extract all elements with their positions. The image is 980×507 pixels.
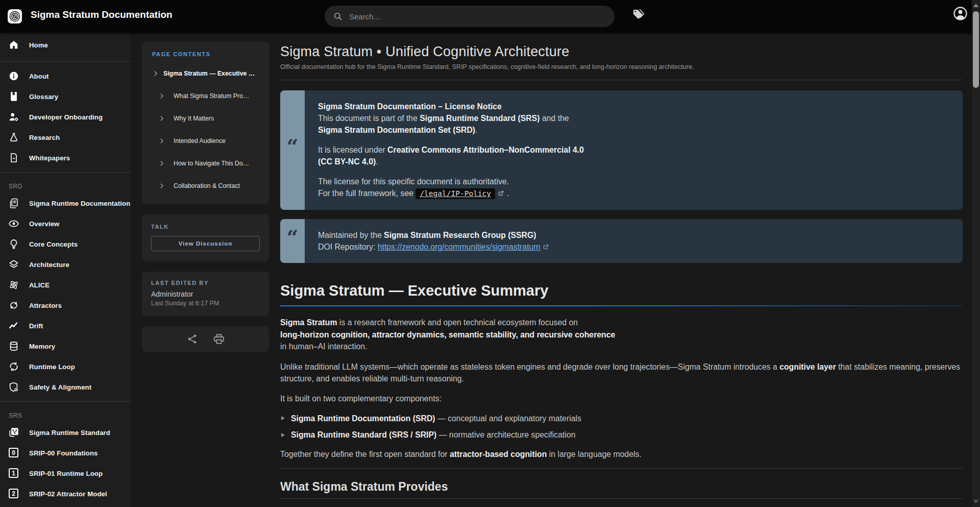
maintainer-blockquote: “ Maintained by the Sigma Stratum Resear… — [280, 219, 963, 263]
scrollbar-up-arrow-icon[interactable] — [973, 4, 978, 7]
page-actions-card — [142, 326, 269, 352]
share-icon[interactable] — [186, 333, 199, 345]
sidebar-item-research[interactable]: Research — [0, 127, 131, 148]
main-area: PAGE CONTENTS Sigma Stratum — Executive … — [131, 33, 972, 507]
paragraph: Unlike traditional LLM systems—which ope… — [280, 361, 963, 384]
paragraph: It is built on two complementary compone… — [280, 393, 963, 404]
bullet-triangle-icon — [281, 433, 285, 437]
sidebar-item-attractors[interactable]: Attractors — [0, 295, 131, 316]
search-bar[interactable] — [325, 6, 615, 27]
sidebar-item-overview[interactable]: Overview — [0, 213, 131, 234]
toc-item-intended-audience[interactable]: Intended Audience — [142, 130, 269, 152]
user-avatar-icon[interactable] — [952, 6, 968, 21]
book-icon — [8, 91, 19, 102]
paragraph: Together they define the first open stan… — [280, 448, 963, 460]
sidebar-item-home[interactable]: Home — [0, 33, 131, 57]
last-edited-heading: LAST EDITED BY — [151, 280, 260, 286]
page-subtitle: Official documentation hub for the Sigma… — [280, 63, 963, 70]
sidebar-item-runtime-loop[interactable]: Runtime Loop — [0, 356, 131, 377]
sidebar-nav: Home About Glossary Developer Onboarding… — [0, 33, 131, 507]
toc-item-what-sigma-stratum-provides[interactable]: What Sigma Stratum Pro… — [142, 85, 269, 107]
sidebar-item-architecture[interactable]: Architecture — [0, 254, 131, 275]
numbered-box-icon: 1 — [8, 468, 19, 479]
sidebar-item-srip-00[interactable]: 0 SRIP-00 Foundations — [0, 443, 131, 463]
layers-icon — [8, 259, 19, 270]
content-column: Sigma Stratum • Unified Cognitive Archit… — [280, 33, 972, 507]
sidebar-item-sigma-runtime-documentation[interactable]: Sigma Runtime Documentation — [0, 193, 131, 213]
sidebar-item-drift[interactable]: Drift — [0, 316, 131, 336]
sidebar-item-alice[interactable]: ALICE — [0, 275, 131, 295]
quote-icon: “ — [286, 237, 298, 245]
sidebar-item-developer-onboarding[interactable]: Developer Onboarding — [0, 107, 131, 127]
home-icon — [8, 39, 19, 51]
sidebar-item-core-concepts[interactable]: Core Concepts — [0, 234, 131, 254]
external-link-icon — [543, 242, 549, 248]
section-heading-what-provides: What Sigma Stratum Provides — [280, 479, 963, 499]
sidebar-divider — [0, 61, 131, 62]
last-edited-time: Last Sunday at 6:17 PM — [151, 300, 260, 307]
subsection-heading-unified-architecture: 1. A Unified Cognitive Architecture — [280, 505, 963, 507]
paragraph: Sigma Stratum is a research framework an… — [280, 317, 963, 353]
numbered-box-icon: 0 — [8, 447, 19, 458]
quote-strip: “ — [280, 219, 305, 263]
chevron-right-icon — [158, 160, 165, 167]
sync-icon — [8, 361, 19, 372]
info-icon — [8, 70, 19, 82]
page-contents-card: PAGE CONTENTS Sigma Stratum — Executive … — [142, 42, 269, 204]
numbered-box-icon: 2 — [8, 488, 19, 499]
chevron-right-icon — [158, 137, 165, 144]
last-edited-author: Administrator — [151, 290, 260, 298]
chevron-right-icon — [158, 182, 165, 189]
cycle-arrows-icon — [8, 300, 19, 311]
zenodo-repository-link[interactable]: https://zenodo.org/communities/sigmastra… — [378, 243, 541, 251]
section-divider — [280, 468, 963, 469]
scrollbar-thumb[interactable] — [973, 11, 979, 88]
page-contents-heading: PAGE CONTENTS — [142, 50, 269, 62]
documents-multiple-icon — [8, 198, 19, 209]
page-scrollbar[interactable] — [972, 0, 980, 507]
print-icon[interactable] — [213, 333, 225, 345]
maintainer-text: Maintained by the Sigma Stratum Research… — [305, 219, 562, 263]
external-link-icon — [498, 188, 504, 195]
page-rail: PAGE CONTENTS Sigma Stratum — Executive … — [142, 42, 269, 507]
sidebar-item-sigma-runtime-standard[interactable]: Sigma Runtime Standard — [0, 422, 131, 443]
chevron-right-icon — [158, 92, 165, 100]
account-gear-icon — [8, 111, 19, 123]
search-input[interactable] — [349, 12, 606, 21]
sidebar-item-srip-02[interactable]: 2 SRIP-02 Attractor Model — [0, 484, 131, 504]
sidebar-item-glossary[interactable]: Glossary — [0, 86, 131, 107]
page-title: Sigma Stratum • Unified Cognitive Archit… — [280, 44, 963, 60]
section-heading-executive-summary: Sigma Stratum — Executive Summary — [280, 280, 963, 306]
toc-item-how-to-navigate[interactable]: How to Navigate This Do… — [142, 152, 269, 175]
sidebar-item-srip-01[interactable]: 1 SRIP-01 Runtime Loop — [0, 463, 131, 484]
sidebar-divider — [0, 401, 131, 402]
search-icon — [333, 11, 343, 21]
talk-heading: TALK — [151, 224, 260, 230]
database-icon — [8, 341, 19, 352]
sidebar-item-safety-alignment[interactable]: Safety & Alignment — [0, 377, 131, 397]
toc-item-executive-summary[interactable]: Sigma Stratum — Executive … — [142, 62, 269, 85]
sidebar-item-memory[interactable]: Memory — [0, 336, 131, 356]
document-icon — [8, 152, 19, 163]
last-edited-card: LAST EDITED BY Administrator Last Sunday… — [142, 272, 269, 316]
license-notice-blockquote: “ Sigma Stratum Documentation – License … — [280, 90, 963, 210]
list-item: Sigma Runtime Documentation (SRD) — conc… — [280, 413, 963, 425]
sidebar-section-srs: SRS — [0, 406, 131, 422]
sidebar-item-about[interactable]: About — [0, 66, 131, 86]
ip-policy-link[interactable]: /legal/IP-Policy — [415, 188, 495, 199]
sidebar-section-srd: SRD — [0, 177, 131, 193]
source-branch-box-icon — [8, 427, 19, 438]
tags-icon[interactable] — [631, 7, 645, 21]
sidebar-item-whitepapers[interactable]: Whitepapers — [0, 148, 131, 168]
app-header: Sigma Stratum Documentation — [0, 0, 980, 33]
scrollbar-down-arrow-icon[interactable] — [973, 500, 978, 503]
toc-item-collaboration-contact[interactable]: Collaboration & Contact — [142, 175, 269, 197]
article: “ Sigma Stratum Documentation – License … — [280, 80, 963, 507]
shield-sync-icon — [8, 381, 19, 393]
license-notice-text: Sigma Stratum Documentation – License No… — [305, 90, 597, 210]
bullet-triangle-icon — [281, 416, 285, 420]
app-logo-icon — [7, 9, 22, 24]
trend-line-icon — [8, 320, 19, 331]
toc-item-why-it-matters[interactable]: Why It Matters — [142, 107, 269, 130]
view-discussion-button[interactable]: View Discussion — [151, 236, 260, 251]
